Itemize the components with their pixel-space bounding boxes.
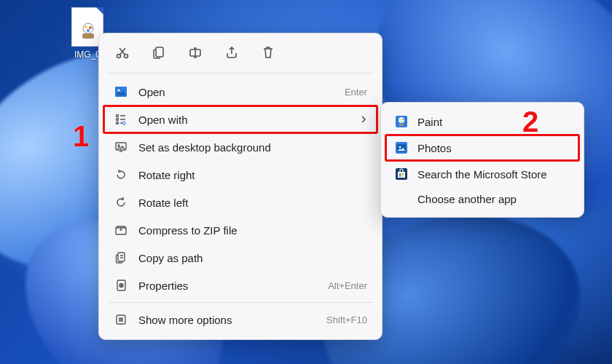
menu-set-background[interactable]: Set as desktop background bbox=[103, 133, 377, 161]
menu-rotate-right[interactable]: Rotate right bbox=[103, 161, 377, 189]
share-button[interactable] bbox=[221, 42, 242, 63]
svg-point-10 bbox=[118, 90, 120, 92]
image-icon bbox=[114, 84, 128, 99]
context-toolbar bbox=[103, 38, 377, 70]
menu-label: Copy as path bbox=[138, 252, 367, 264]
svg-point-3 bbox=[87, 29, 90, 32]
menu-open[interactable]: Open Enter bbox=[103, 78, 377, 106]
rename-button[interactable] bbox=[185, 42, 205, 63]
svg-point-6 bbox=[125, 55, 128, 58]
svg-point-24 bbox=[399, 119, 401, 120]
svg-rect-7 bbox=[156, 47, 163, 57]
svg-point-1 bbox=[85, 25, 87, 28]
openwith-submenu: Paint Photos Search the Microsoft Store … bbox=[380, 102, 584, 218]
store-icon bbox=[394, 167, 409, 181]
menu-label: Open with bbox=[138, 114, 350, 126]
menu-label: Rotate left bbox=[138, 197, 367, 209]
copy-path-icon bbox=[114, 250, 128, 265]
svg-point-11 bbox=[117, 115, 119, 117]
submenu-label: Search the Microsoft Store bbox=[417, 168, 570, 181]
menu-label: Properties bbox=[138, 280, 318, 292]
desktop-icon bbox=[114, 140, 128, 154]
menu-copy-path[interactable]: Copy as path bbox=[103, 244, 377, 272]
openwith-icon bbox=[114, 112, 128, 127]
submenu-choose-app[interactable]: Choose another app bbox=[385, 187, 579, 211]
context-menu: Open Enter Open with Set as desktop back bbox=[98, 33, 382, 340]
svg-point-5 bbox=[117, 55, 121, 58]
menu-label: Set as desktop background bbox=[138, 141, 367, 154]
menu-label: Open bbox=[138, 86, 334, 98]
file-label: IMG_0 bbox=[74, 50, 101, 60]
chevron-right-icon bbox=[360, 115, 367, 124]
svg-point-30 bbox=[399, 146, 401, 149]
svg-rect-35 bbox=[399, 175, 401, 177]
svg-point-12 bbox=[117, 119, 119, 121]
menu-shortcut: Alt+Enter bbox=[328, 280, 367, 291]
svg-point-13 bbox=[117, 122, 119, 124]
menu-rotate-left[interactable]: Rotate left bbox=[103, 189, 377, 216]
menu-shortcut: Shift+F10 bbox=[326, 314, 367, 325]
svg-rect-32 bbox=[398, 172, 405, 178]
annotation-2: 2 bbox=[522, 106, 538, 138]
svg-rect-33 bbox=[399, 173, 401, 175]
cut-button[interactable] bbox=[112, 42, 133, 63]
svg-point-26 bbox=[401, 121, 402, 122]
paint-icon bbox=[394, 114, 409, 129]
menu-properties[interactable]: Properties Alt+Enter bbox=[103, 272, 377, 299]
svg-rect-36 bbox=[402, 175, 404, 177]
delete-button[interactable] bbox=[258, 42, 278, 63]
properties-icon bbox=[114, 278, 128, 293]
svg-point-16 bbox=[118, 145, 119, 146]
menu-label: Show more options bbox=[138, 314, 316, 326]
menu-label: Compress to ZIP file bbox=[138, 224, 367, 237]
rotate-left-icon bbox=[114, 195, 128, 210]
svg-point-25 bbox=[402, 119, 404, 120]
menu-open-with[interactable]: Open with bbox=[103, 106, 377, 133]
photos-icon bbox=[394, 141, 409, 155]
zip-icon bbox=[114, 223, 128, 237]
svg-point-20 bbox=[121, 285, 122, 286]
svg-rect-27 bbox=[399, 124, 404, 126]
svg-rect-34 bbox=[402, 173, 404, 175]
menu-compress-zip[interactable]: Compress to ZIP file bbox=[103, 216, 377, 244]
divider bbox=[108, 73, 373, 74]
divider bbox=[108, 302, 373, 303]
svg-rect-17 bbox=[118, 253, 125, 261]
svg-rect-4 bbox=[82, 33, 94, 39]
submenu-label: Choose another app bbox=[417, 193, 570, 205]
submenu-label: Paint bbox=[417, 116, 570, 128]
submenu-store[interactable]: Search the Microsoft Store bbox=[385, 161, 579, 187]
annotation-1: 1 bbox=[73, 120, 89, 153]
submenu-paint[interactable]: Paint bbox=[385, 108, 579, 135]
rotate-right-icon bbox=[114, 167, 128, 182]
more-icon bbox=[114, 312, 128, 327]
menu-shortcut: Enter bbox=[345, 87, 367, 98]
menu-label: Rotate right bbox=[138, 169, 367, 181]
submenu-photos[interactable]: Photos bbox=[385, 135, 579, 161]
copy-button[interactable] bbox=[149, 42, 169, 63]
svg-point-2 bbox=[89, 26, 92, 29]
menu-show-more[interactable]: Show more options Shift+F10 bbox=[103, 306, 377, 333]
submenu-label: Photos bbox=[417, 142, 570, 154]
